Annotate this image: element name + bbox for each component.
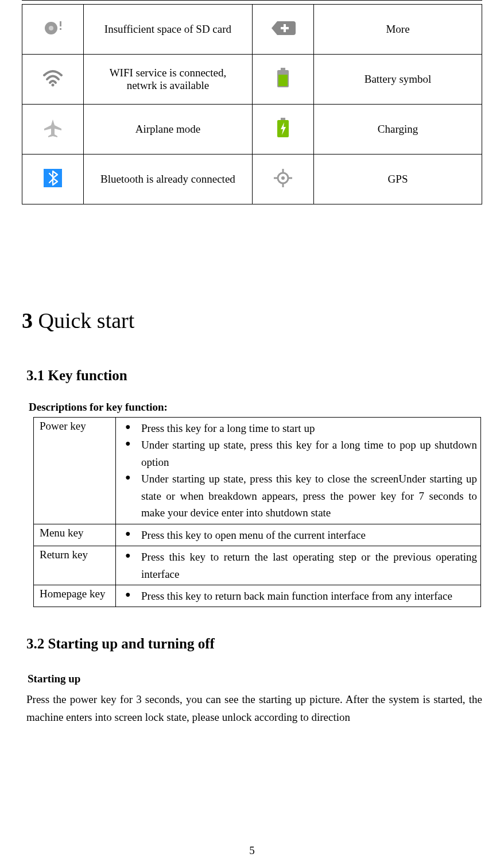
menu-key-desc: Press this key to open menu of the curre…	[116, 524, 481, 546]
wifi-label-line2: netwrk is available	[86, 79, 249, 92]
wifi-label-line1: WIFI service is connected,	[86, 67, 249, 79]
key-function-table: Power key Press this key for a long time…	[33, 417, 481, 607]
wifi-label: WIFI service is connected, netwrk is ava…	[84, 55, 252, 105]
charging-label: Charging	[314, 105, 482, 155]
svg-rect-2	[60, 21, 61, 26]
more-icon	[252, 5, 313, 55]
airplane-label: Airplane mode	[84, 105, 252, 155]
charging-icon	[252, 105, 313, 155]
battery-icon	[252, 55, 313, 105]
svg-rect-7	[281, 68, 285, 70]
subsection-3-2: 3.2 Starting up and turning off	[26, 636, 482, 652]
list-item: Press this key to return the last operat…	[122, 549, 477, 582]
battery-label: Battery symbol	[314, 55, 482, 105]
svg-rect-9	[278, 75, 288, 86]
gps-icon	[252, 155, 313, 204]
svg-point-1	[49, 26, 53, 30]
power-key-name: Power key	[34, 418, 116, 524]
gps-label: GPS	[314, 155, 482, 204]
section-heading: 3 Quick start	[22, 308, 482, 333]
table-row: Insufficient space of SD card More	[22, 5, 482, 55]
table-row: Airplane mode Charging	[22, 105, 482, 155]
sd-card-full-label: Insufficient space of SD card	[84, 5, 252, 55]
more-label: More	[314, 5, 482, 55]
return-key-name: Return key	[34, 546, 116, 585]
bluetooth-label: Bluetooth is already connected	[84, 155, 252, 204]
table-row: Power key Press this key for a long time…	[34, 418, 481, 524]
bluetooth-icon	[22, 155, 84, 204]
return-key-desc: Press this key to return the last operat…	[116, 546, 481, 585]
list-item: Under starting up state, press this key …	[122, 437, 477, 470]
list-item: Press this key for a long time to start …	[122, 420, 477, 437]
sd-card-full-icon	[22, 5, 84, 55]
section-number: 3	[22, 308, 33, 333]
status-icon-table: Insufficient space of SD card More	[22, 4, 482, 204]
table-row: Bluetooth is already connected GPS	[22, 155, 482, 204]
wifi-icon	[22, 55, 84, 105]
subsection-3-1: 3.1 Key function	[26, 368, 482, 384]
table-row: Menu key Press this key to open menu of …	[34, 524, 481, 546]
table-row: WIFI service is connected, netwrk is ava…	[22, 55, 482, 105]
power-key-desc: Press this key for a long time to start …	[116, 418, 481, 524]
homepage-key-name: Homepage key	[34, 585, 116, 607]
svg-rect-5	[281, 27, 289, 29]
section-title: Quick start	[33, 308, 134, 333]
homepage-key-desc: Press this key to return back main funct…	[116, 585, 481, 607]
starting-up-subhead: Starting up	[28, 673, 482, 685]
list-item: Under starting up state, press this key …	[122, 470, 477, 521]
svg-rect-3	[60, 28, 61, 30]
table-row: Homepage key Press this key to return ba…	[34, 585, 481, 607]
key-function-desc-label: Descriptions for key function:	[29, 401, 482, 414]
list-item: Press this key to return back main funct…	[122, 588, 477, 604]
svg-point-6	[52, 83, 55, 86]
airplane-icon	[22, 105, 84, 155]
page-number: 5	[0, 844, 504, 857]
svg-rect-10	[281, 118, 285, 120]
starting-up-paragraph: Press the power key for 3 seconds, you c…	[26, 691, 482, 726]
menu-key-name: Menu key	[34, 524, 116, 546]
svg-point-14	[281, 176, 285, 180]
list-item: Press this key to open menu of the curre…	[122, 527, 477, 543]
table-row: Return key Press this key to return the …	[34, 546, 481, 585]
